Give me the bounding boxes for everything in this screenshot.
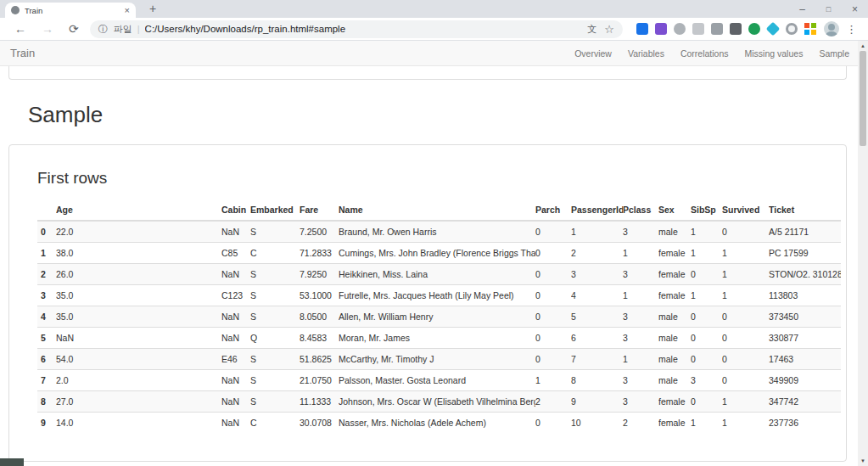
table-cell: 113803 xyxy=(769,285,841,306)
table-row: 5NaNNaNQ8.4583Moran, Mr. James063male003… xyxy=(37,328,841,349)
browser-menu-icon[interactable]: ⋮ xyxy=(846,23,857,36)
table-cell: NaN xyxy=(221,221,250,243)
table-cell: Q xyxy=(250,328,300,349)
table-row: 654.0E46S51.8625McCarthy, Mr. Timothy J0… xyxy=(37,349,841,370)
extension-icon[interactable] xyxy=(804,23,816,35)
extension-icon[interactable] xyxy=(692,23,704,35)
column-header-index xyxy=(37,199,56,221)
table-cell: 1 xyxy=(623,349,658,370)
page-scrollbar[interactable]: ▲ ▼ xyxy=(858,41,868,466)
row-index: 7 xyxy=(37,370,56,391)
minimize-button[interactable]: – xyxy=(789,0,815,18)
extension-icon[interactable] xyxy=(766,22,781,36)
column-header: Ticket xyxy=(769,199,841,221)
extension-icon[interactable] xyxy=(636,23,648,35)
table-cell: NaN xyxy=(221,264,250,285)
table-cell: 10 xyxy=(571,413,623,434)
profile-avatar[interactable] xyxy=(824,21,839,36)
table-cell: 1 xyxy=(691,243,722,264)
page-info-icon[interactable]: ⓘ xyxy=(98,23,108,36)
extension-icon[interactable] xyxy=(748,23,760,35)
table-cell: 0 xyxy=(722,370,769,391)
table-cell: Moran, Mr. James xyxy=(339,328,535,349)
row-index: 4 xyxy=(37,306,56,328)
table-cell: 1 xyxy=(623,243,658,264)
table-cell: 17463 xyxy=(769,349,841,370)
table-cell: Heikkinen, Miss. Laina xyxy=(339,264,535,285)
extension-icon[interactable] xyxy=(711,23,723,35)
table-cell: 1 xyxy=(691,221,722,243)
table-cell: 0 xyxy=(691,264,722,285)
address-toolbar: ← → ⟳ ⓘ 파일 | C:/Users/khy/Downloads/rp_t… xyxy=(0,18,868,41)
extension-icon[interactable] xyxy=(674,23,686,35)
table-cell: S xyxy=(250,306,300,328)
sample-table: AgeCabinEmbarkedFareNameParchPassengerId… xyxy=(37,199,841,433)
table-cell: Allen, Mr. William Henry xyxy=(339,306,535,328)
table-cell: C123 xyxy=(221,285,250,306)
table-cell: male xyxy=(658,221,691,243)
reload-icon[interactable]: ⟳ xyxy=(69,23,79,35)
nav-item-variables[interactable]: Variables xyxy=(628,48,664,59)
column-header: Pclass xyxy=(623,199,658,221)
nav-item-sample[interactable]: Sample xyxy=(819,48,849,59)
column-header: Survived xyxy=(722,199,769,221)
forward-icon[interactable]: → xyxy=(42,23,53,35)
table-row: 914.0NaNC30.0708Nasser, Mrs. Nicholas (A… xyxy=(37,413,841,434)
extension-icon[interactable] xyxy=(730,23,742,35)
browser-tab[interactable]: Train × xyxy=(5,3,136,18)
table-cell: C xyxy=(250,413,300,434)
table-cell: 11.1333 xyxy=(300,391,339,413)
table-cell: 71.2833 xyxy=(300,243,339,264)
table-cell: S xyxy=(250,285,300,306)
table-cell: 237736 xyxy=(769,413,841,434)
extension-icon[interactable] xyxy=(786,23,798,35)
table-cell: STON/O2. 3101282 xyxy=(769,264,841,285)
row-index: 6 xyxy=(37,349,56,370)
table-cell: male xyxy=(658,349,691,370)
tab-close-icon[interactable]: × xyxy=(125,6,130,15)
table-cell: Braund, Mr. Owen Harris xyxy=(339,221,535,243)
table-cell: S xyxy=(250,370,300,391)
extension-icon[interactable] xyxy=(655,23,667,35)
table-cell: NaN xyxy=(221,413,250,434)
table-cell: Palsson, Master. Gosta Leonard xyxy=(339,370,535,391)
navbar-brand[interactable]: Train xyxy=(10,47,35,59)
table-cell: C85 xyxy=(221,243,250,264)
bookmark-star-icon[interactable]: ☆ xyxy=(604,23,614,36)
table-cell: 3 xyxy=(623,370,658,391)
address-bar[interactable]: ⓘ 파일 | C:/Users/khy/Downloads/rp_train.h… xyxy=(90,20,623,38)
scroll-up-icon[interactable]: ▲ xyxy=(858,41,868,51)
table-cell: male xyxy=(658,328,691,349)
back-icon[interactable]: ← xyxy=(14,23,26,35)
table-cell: 7.9250 xyxy=(300,264,339,285)
table-cell: 3 xyxy=(623,328,658,349)
column-header: Name xyxy=(339,199,535,221)
table-cell: 1 xyxy=(722,243,769,264)
scrollbar-thumb[interactable] xyxy=(860,51,866,146)
table-cell: 51.8625 xyxy=(300,349,339,370)
row-index: 2 xyxy=(37,264,56,285)
url-text: C:/Users/khy/Downloads/rp_train.html#sam… xyxy=(145,24,581,34)
url-scheme-label: 파일 xyxy=(114,23,132,36)
status-bubble xyxy=(0,458,24,466)
nav-item-missing-values[interactable]: Missing values xyxy=(745,48,804,59)
table-cell: 26.0 xyxy=(56,264,221,285)
previous-section-card-bottom xyxy=(8,66,847,80)
table-row: 335.0C123S53.1000Futrelle, Mrs. Jacques … xyxy=(37,285,841,306)
table-cell: NaN xyxy=(56,328,221,349)
window-close-button[interactable]: × xyxy=(842,0,868,18)
translate-icon[interactable]: 文 xyxy=(587,23,596,36)
table-row: 435.0NaNS8.0500Allen, Mr. William Henry0… xyxy=(37,306,841,328)
table-cell: 347742 xyxy=(769,391,841,413)
nav-item-overview[interactable]: Overview xyxy=(574,48,612,59)
column-header: SibSp xyxy=(691,199,722,221)
report-navbar: Train Overview Variables Correlations Mi… xyxy=(0,41,858,66)
nav-item-correlations[interactable]: Correlations xyxy=(680,48,729,59)
maximize-button[interactable]: □ xyxy=(815,0,842,18)
table-cell: 54.0 xyxy=(56,349,221,370)
table-cell: Johnson, Mrs. Oscar W (Elisabeth Vilhelm… xyxy=(339,391,535,413)
new-tab-button[interactable]: + xyxy=(145,2,160,17)
scroll-down-icon[interactable]: ▼ xyxy=(858,456,868,466)
url-separator: | xyxy=(137,24,140,34)
table-header-row: AgeCabinEmbarkedFareNameParchPassengerId… xyxy=(37,199,841,221)
